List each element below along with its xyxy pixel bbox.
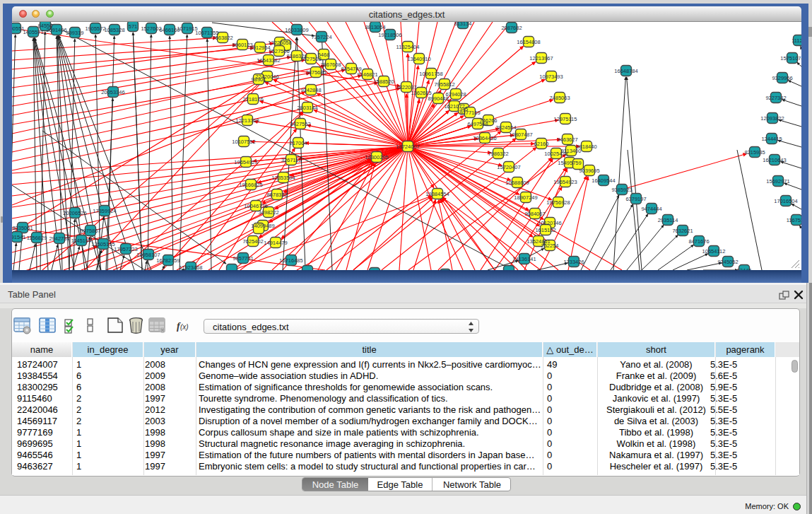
svg-text:6794028: 6794028	[445, 91, 466, 98]
svg-text:217004: 217004	[289, 140, 307, 146]
svg-text:10654112: 10654112	[702, 248, 726, 255]
svg-text:1527602: 1527602	[141, 25, 161, 32]
svg-text:14914479: 14914479	[264, 240, 287, 246]
svg-text:15716485: 15716485	[279, 257, 302, 264]
svg-text:5468: 5468	[318, 52, 330, 58]
svg-text:7986322: 7986322	[488, 151, 508, 157]
svg-text:20053346: 20053346	[101, 89, 124, 95]
svg-text:7663822: 7663822	[212, 35, 233, 41]
svg-text:7357224: 7357224	[311, 34, 331, 40]
svg-text:15692971: 15692971	[766, 178, 789, 185]
svg-text:10807487: 10807487	[509, 132, 532, 138]
svg-text:17016504: 17016504	[774, 198, 797, 204]
svg-text:9777169: 9777169	[459, 110, 480, 116]
svg-text:19166825: 19166825	[239, 182, 262, 188]
svg-text:1588520: 1588520	[373, 78, 394, 85]
svg-text:8678332: 8678332	[266, 192, 287, 198]
svg-text:19654923: 19654923	[553, 179, 577, 185]
svg-text:2803144: 2803144	[297, 105, 317, 111]
svg-text:299319: 299319	[66, 30, 83, 36]
svg-text:813134: 813134	[454, 22, 471, 27]
svg-text:16409544: 16409544	[592, 177, 615, 184]
svg-text:1085328: 1085328	[104, 27, 124, 33]
svg-text:2087682: 2087682	[501, 25, 522, 31]
svg-text:7632621: 7632621	[672, 228, 693, 234]
svg-text:16782759: 16782759	[156, 257, 180, 264]
svg-text:17957223: 17957223	[114, 246, 137, 252]
svg-text:13640910: 13640910	[407, 56, 430, 62]
svg-text:3824554: 3824554	[495, 124, 516, 131]
svg-text:19218506: 19218506	[378, 32, 401, 38]
svg-text:1145194: 1145194	[71, 238, 92, 244]
svg-text:12975115: 12975115	[554, 116, 577, 122]
svg-text:7485063: 7485063	[549, 95, 570, 101]
svg-text:9245052: 9245052	[717, 259, 738, 265]
svg-text:6497568: 6497568	[467, 121, 488, 127]
svg-text:11325404: 11325404	[396, 44, 420, 50]
svg-text:12213369: 12213369	[235, 117, 259, 124]
svg-text:3498222: 3498222	[258, 209, 278, 216]
svg-text:11124: 11124	[792, 37, 801, 44]
svg-text:7955812: 7955812	[434, 81, 454, 88]
svg-text:18724007: 18724007	[396, 144, 419, 150]
svg-text:7625402: 7625402	[242, 238, 263, 245]
svg-text:11923468: 11923468	[180, 264, 203, 270]
svg-text:1405571: 1405571	[23, 29, 43, 35]
svg-text:20206526: 20206526	[63, 210, 86, 216]
svg-text:3267110: 3267110	[281, 157, 302, 163]
svg-text:12505135: 12505135	[91, 241, 114, 247]
svg-text:9039695: 9039695	[579, 168, 599, 174]
svg-text:9242848: 9242848	[300, 87, 321, 93]
svg-text:12093822: 12093822	[760, 115, 784, 122]
svg-text:10688609: 10688609	[505, 180, 529, 186]
svg-text:13226058: 13226058	[268, 40, 291, 46]
svg-text:9857791: 9857791	[233, 255, 253, 262]
svg-text:19384554: 19384554	[425, 191, 449, 197]
svg-text:98901: 98901	[252, 76, 266, 83]
svg-text:19756928: 19756928	[546, 199, 570, 206]
svg-text:6379197: 6379197	[625, 196, 646, 202]
svg-text:2867608: 2867608	[320, 62, 341, 68]
svg-text:9474444: 9474444	[641, 206, 661, 212]
svg-text:1071915: 1071915	[177, 25, 197, 32]
svg-text:16154808: 16154808	[517, 39, 540, 45]
svg-text:3875685: 3875685	[305, 69, 326, 76]
svg-text:12353594: 12353594	[271, 175, 295, 181]
svg-text:16210643: 16210643	[763, 157, 786, 163]
svg-text:9227342: 9227342	[765, 95, 786, 101]
svg-text:16033809: 16033809	[285, 27, 308, 33]
svg-text:14136141: 14136141	[512, 256, 536, 262]
svg-text:15720407: 15720407	[497, 164, 520, 170]
svg-text:1167533: 1167533	[787, 217, 801, 223]
svg-text:8335061: 8335061	[12, 225, 33, 231]
svg-text:1905572: 1905572	[85, 25, 105, 32]
svg-text:12445: 12445	[737, 267, 752, 270]
svg-text:8813054: 8813054	[365, 24, 385, 30]
svg-text:1156829: 1156829	[27, 235, 47, 241]
svg-text:2935114: 2935114	[658, 217, 678, 223]
svg-text:10107552: 10107552	[232, 139, 255, 145]
svg-text:391541: 391541	[12, 234, 26, 240]
svg-text:62160: 62160	[534, 141, 549, 147]
svg-text:1733426: 1733426	[563, 259, 584, 265]
svg-text:10961758: 10961758	[419, 71, 442, 77]
svg-text:9463627: 9463627	[557, 136, 577, 143]
svg-text:19654923: 19654923	[234, 159, 257, 165]
svg-text:9975867: 9975867	[80, 228, 100, 234]
svg-text:16543382: 16543382	[257, 57, 280, 64]
svg-text:(x): (x)	[180, 323, 189, 331]
svg-text:2942737: 2942737	[49, 235, 69, 242]
svg-text:14099489: 14099489	[251, 223, 274, 229]
svg-text:252254: 252254	[541, 243, 558, 249]
svg-text:9329966: 9329966	[772, 75, 792, 81]
svg-text:8471676: 8471676	[688, 238, 709, 245]
svg-text:10046736: 10046736	[244, 203, 267, 209]
svg-text:15751074: 15751074	[780, 55, 801, 62]
svg-text:10120746: 10120746	[538, 220, 561, 226]
svg-text:9113400: 9113400	[561, 148, 582, 154]
svg-text:8215935: 8215935	[744, 149, 765, 156]
svg-text:17359924: 17359924	[93, 208, 116, 214]
svg-text:1244415: 1244415	[761, 136, 782, 142]
svg-text:18907249: 18907249	[514, 194, 537, 201]
svg-text:16648784: 16648784	[614, 68, 637, 74]
